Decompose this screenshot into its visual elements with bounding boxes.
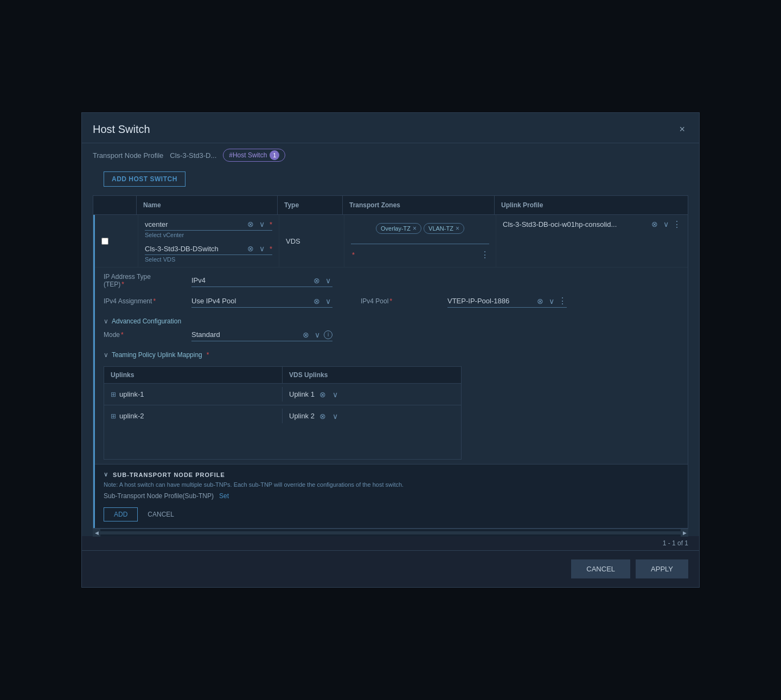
mode-row: Mode* Standard ⊗ ∨ i [104,328,679,341]
col-header-name: Name [137,196,278,214]
vds-uplink-value-2: Uplink 2 [289,412,315,420]
ipv4-pool-label: IPv4 Pool* [361,297,442,305]
modal-title: Host Switch [93,123,150,136]
host-switch-tag[interactable]: #Host Switch 1 [223,149,285,162]
scroll-left-arrow[interactable]: ◀ [93,529,100,537]
vcenter-chevron-button[interactable]: ∨ [258,219,266,229]
ipv4-pool-chevron-button[interactable]: ∨ [547,296,556,306]
horizontal-scrollbar[interactable]: ◀ ▶ [93,529,688,536]
advanced-config-label: Advanced Configuration [112,317,181,325]
pagination: 1 - 1 of 1 [82,536,699,550]
mode-chevron-button[interactable]: ∨ [313,330,322,340]
vcenter-clear-button[interactable]: ⊗ [246,219,255,229]
teaming-table: Uplinks VDS Uplinks ⊞ uplink-1 Uplink 1 [104,366,462,460]
tz-chip-close-2[interactable]: × [456,225,459,232]
vcenter-value: vcenter [145,220,244,228]
uplink-more-button[interactable]: ⋮ [673,219,681,230]
advanced-config-header[interactable]: ∨ Advanced Configuration [104,314,679,328]
mode-field[interactable]: Standard ⊗ ∨ i [191,328,332,341]
pagination-text: 1 - 1 of 1 [663,539,688,547]
col-header-uplink-profile: Uplink Profile [495,196,688,214]
ipv4-pool-field[interactable]: VTEP-IP-Pool-1886 ⊗ ∨ ⋮ [447,295,567,308]
tz-chip-label-1: Overlay-TZ [381,225,411,232]
col-header-transport-zones: Transport Zones [343,196,495,214]
teaming-policy-chevron-icon: ∨ [104,351,108,359]
sub-transport-set-link[interactable]: Set [219,492,229,500]
teaming-uplink-2: ⊞ uplink-2 [104,409,283,423]
scrollbar-track[interactable] [100,531,681,534]
tz-chip-close-1[interactable]: × [413,225,417,232]
tag-label: #Host Switch [229,151,267,159]
sub-transport-note: Note: A host switch can have multiple su… [104,481,679,488]
ipv4-assignment-field[interactable]: Use IPv4 Pool ⊗ ∨ [191,295,332,308]
apply-button[interactable]: APPLY [636,559,688,578]
breadcrumb: Transport Node Profile Cls-3-Std3-D... #… [82,143,699,167]
vds-value: Cls-3-Std3-DB-DSwitch [145,245,244,253]
add-host-switch-button[interactable]: ADD HOST SWITCH [104,171,185,187]
table-header: Name Type Transport Zones Uplink Profile [93,196,688,215]
ip-type-chevron-button[interactable]: ∨ [324,276,332,285]
sub-transport-profile-row: Sub-Transport Node Profile(Sub-TNP) Set [104,492,679,500]
table-body: vcenter ⊗ ∨ * Select vCenter Cls-3-Std3-… [93,215,688,528]
row-type-cell: VDS [279,215,344,267]
type-value: VDS [286,237,300,245]
modal-header: Host Switch × [82,113,699,143]
teaming-vds-uplink-2[interactable]: Uplink 2 ⊗ ∨ [283,408,461,424]
teaming-vds-uplink-1[interactable]: Uplink 1 ⊗ ∨ [283,386,461,403]
vcenter-required: * [270,220,272,228]
teaming-row-1: ⊞ uplink-1 Uplink 1 ⊗ ∨ [104,383,461,405]
vds-uplink-1-chevron[interactable]: ∨ [331,390,340,399]
vds-clear-button[interactable]: ⊗ [246,244,255,253]
vds-uplink-2-chevron[interactable]: ∨ [331,411,340,421]
ipv4-assignment-label: IPv4 Assignment* [104,297,185,305]
ipv4-pool-clear-button[interactable]: ⊗ [535,296,545,306]
ip-address-type-label: IP Address Type(TEP)* [104,273,185,288]
uplink-chevron-button[interactable]: ∨ [662,219,670,229]
vds-uplink-2-clear[interactable]: ⊗ [318,411,328,421]
uplink-icon-2: ⊞ [111,412,116,420]
row-name-cell: vcenter ⊗ ∨ * Select vCenter Cls-3-Std3-… [138,215,279,267]
row-transport-zones-cell: Overlay-TZ × VLAN-TZ × * ⋮ [344,215,496,267]
ipv4-assignment-chevron-button[interactable]: ∨ [324,296,332,306]
teaming-policy-header[interactable]: ∨ Teaming Policy Uplink Mapping * [104,348,679,362]
vds-uplink-value-1: Uplink 1 [289,390,315,398]
scroll-right-arrow[interactable]: ▶ [681,529,688,537]
advanced-config-chevron-icon: ∨ [104,317,108,325]
teaming-policy-label: Teaming Policy Uplink Mapping [112,351,202,359]
breadcrumb-value: Cls-3-Std3-D... [170,151,216,160]
action-row: ADD CANCEL [104,507,679,521]
tz-required: * [352,251,355,259]
ipv4-pool-more-button[interactable]: ⋮ [558,296,567,306]
sub-transport-section: ∨ SUB-TRANSPORT NODE PROFILE Note: A hos… [95,464,688,528]
vds-chevron-button[interactable]: ∨ [258,244,266,253]
add-button[interactable]: ADD [104,507,138,521]
vcenter-field: vcenter ⊗ ∨ * [145,219,272,231]
ipv4-assignment-clear-button[interactable]: ⊗ [312,296,322,306]
tz-more-button[interactable]: ⋮ [481,250,489,260]
uplink-label-2: uplink-2 [119,412,144,420]
vds-uplink-1-clear[interactable]: ⊗ [318,390,328,399]
mode-clear-button[interactable]: ⊗ [301,330,311,340]
teaming-row-2: ⊞ uplink-2 Uplink 2 ⊗ ∨ [104,405,461,427]
uplink-icon-1: ⊞ [111,391,116,398]
ip-type-clear-button[interactable]: ⊗ [312,276,322,285]
cancel-small-button[interactable]: CANCEL [143,507,178,521]
ipv4-assignment-row: IPv4 Assignment* Use IPv4 Pool ⊗ ∨ IPv4 … [104,295,679,308]
close-button[interactable]: × [676,123,688,136]
ip-address-type-value: IPv4 [191,274,310,287]
cancel-button[interactable]: CANCEL [571,559,630,578]
transport-zone-chip-2: VLAN-TZ × [424,223,464,234]
uplink-clear-button[interactable]: ⊗ [650,219,660,229]
sub-transport-chevron-icon[interactable]: ∨ [104,471,108,478]
mode-label: Mode* [104,331,185,339]
modal-footer: CANCEL APPLY [82,550,699,587]
ip-address-type-field[interactable]: IPv4 ⊗ ∨ [191,274,332,287]
row-top: vcenter ⊗ ∨ * Select vCenter Cls-3-Std3-… [95,215,688,268]
teaming-table-header: Uplinks VDS Uplinks [104,367,461,383]
teaming-uplink-1: ⊞ uplink-1 [104,387,283,402]
col-header-type: Type [278,196,343,214]
tz-chip-label-2: VLAN-TZ [428,225,453,232]
mode-info-icon[interactable]: i [324,330,332,339]
detail-section: IP Address Type(TEP)* IPv4 ⊗ ∨ IPv4 [95,268,688,528]
row-checkbox[interactable] [101,238,108,245]
